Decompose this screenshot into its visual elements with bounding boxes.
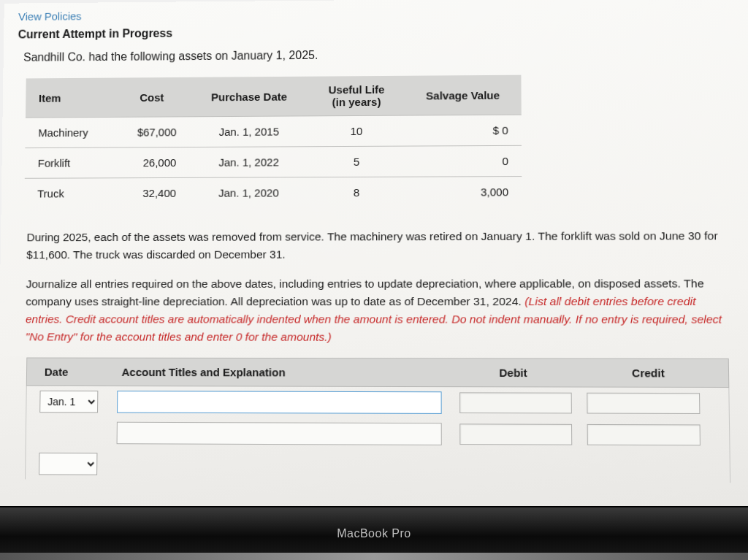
cell-life: 8: [308, 177, 405, 207]
account-title-input[interactable]: [117, 422, 442, 445]
laptop-hinge: [0, 553, 748, 560]
journal-row: [25, 448, 730, 483]
laptop-brand: MacBook Pro: [337, 527, 411, 540]
cell-life: 5: [308, 146, 405, 177]
cell-salvage: $ 0: [405, 115, 522, 146]
cell-item: Forklift: [25, 147, 113, 178]
attempt-heading: Current Attempt in Progress: [18, 22, 738, 41]
cell-cost: 32,400: [112, 177, 189, 208]
credit-input[interactable]: [587, 393, 700, 414]
cell-date: Jan. 1, 2022: [189, 147, 308, 178]
paragraph-2: Journalize all entries required on the a…: [26, 275, 730, 346]
cell-date: Jan. 1, 2020: [189, 177, 308, 208]
journal-row: Jan. 1: [26, 386, 730, 420]
jh-credit: Credit: [581, 367, 717, 380]
th-life-bottom: (in years): [321, 96, 391, 109]
th-life-top: Useful Life: [321, 83, 391, 96]
cell-cost: 26,000: [113, 147, 190, 178]
cell-item: Machinery: [25, 117, 113, 147]
date-select[interactable]: Jan. 1: [39, 391, 98, 413]
jh-debit: Debit: [446, 367, 581, 380]
debit-input[interactable]: [459, 423, 572, 445]
table-row: Forklift 26,000 Jan. 1, 2022 5 0: [25, 145, 522, 178]
view-policies-link[interactable]: View Policies: [18, 10, 82, 23]
cell-salvage: 0: [405, 145, 522, 177]
intro-text: Sandhill Co. had the following assets on…: [18, 45, 738, 64]
cell-item: Truck: [24, 178, 113, 209]
date-select[interactable]: [39, 453, 97, 475]
debit-input[interactable]: [459, 392, 572, 413]
cell-salvage: 3,000: [405, 177, 522, 207]
account-title-input[interactable]: [117, 391, 442, 414]
cell-cost: $67,000: [113, 117, 189, 147]
th-salvage: Salvage Value: [405, 75, 522, 115]
assets-table: Item Cost Purchase Date Useful Life (in …: [24, 75, 522, 209]
th-item: Item: [26, 78, 114, 118]
th-purchase-date: Purchase Date: [190, 77, 309, 117]
cell-life: 10: [308, 115, 405, 147]
jh-date: Date: [27, 366, 115, 378]
journal-area: Date Account Titles and Explanation Debi…: [25, 358, 730, 483]
journal-header: Date Account Titles and Explanation Debi…: [26, 358, 730, 388]
journal-row: [26, 417, 730, 451]
jh-account-titles: Account Titles and Explanation: [115, 366, 446, 379]
laptop-bezel: MacBook Pro: [0, 506, 748, 560]
page-container: View Policies Current Attempt in Progres…: [0, 0, 748, 518]
credit-input[interactable]: [587, 424, 701, 445]
assets-header-row: Item Cost Purchase Date Useful Life (in …: [26, 75, 522, 118]
table-row: Truck 32,400 Jan. 1, 2020 8 3,000: [24, 177, 522, 209]
paragraph-1: During 2025, each of the assets was remo…: [26, 227, 729, 264]
th-useful-life: Useful Life (in years): [308, 76, 405, 116]
th-cost: Cost: [114, 77, 190, 118]
cell-date: Jan. 1, 2015: [189, 116, 308, 147]
table-row: Machinery $67,000 Jan. 1, 2015 10 $ 0: [25, 115, 522, 147]
